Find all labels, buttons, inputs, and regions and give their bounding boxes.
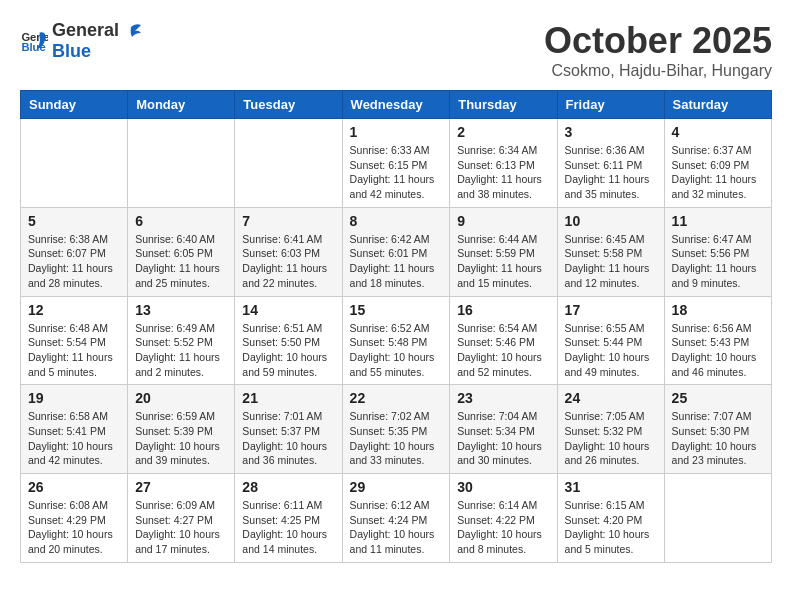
day-info: Sunrise: 7:02 AM Sunset: 5:35 PM Dayligh…	[350, 409, 443, 468]
calendar-day-cell: 17Sunrise: 6:55 AM Sunset: 5:44 PM Dayli…	[557, 296, 664, 385]
calendar-week-row: 5Sunrise: 6:38 AM Sunset: 6:07 PM Daylig…	[21, 207, 772, 296]
day-info: Sunrise: 6:45 AM Sunset: 5:58 PM Dayligh…	[565, 232, 657, 291]
day-number: 11	[672, 213, 764, 229]
calendar-day-cell: 14Sunrise: 6:51 AM Sunset: 5:50 PM Dayli…	[235, 296, 342, 385]
calendar-day-cell: 8Sunrise: 6:42 AM Sunset: 6:01 PM Daylig…	[342, 207, 450, 296]
title-area: October 2025 Csokmo, Hajdu-Bihar, Hungar…	[544, 20, 772, 80]
day-info: Sunrise: 6:44 AM Sunset: 5:59 PM Dayligh…	[457, 232, 549, 291]
calendar-day-cell: 22Sunrise: 7:02 AM Sunset: 5:35 PM Dayli…	[342, 385, 450, 474]
weekday-header-tuesday: Tuesday	[235, 91, 342, 119]
day-number: 20	[135, 390, 227, 406]
calendar-table: SundayMondayTuesdayWednesdayThursdayFrid…	[20, 90, 772, 563]
calendar-day-cell: 30Sunrise: 6:14 AM Sunset: 4:22 PM Dayli…	[450, 474, 557, 563]
day-info: Sunrise: 6:33 AM Sunset: 6:15 PM Dayligh…	[350, 143, 443, 202]
day-info: Sunrise: 6:36 AM Sunset: 6:11 PM Dayligh…	[565, 143, 657, 202]
calendar-day-cell: 19Sunrise: 6:58 AM Sunset: 5:41 PM Dayli…	[21, 385, 128, 474]
day-info: Sunrise: 6:12 AM Sunset: 4:24 PM Dayligh…	[350, 498, 443, 557]
day-number: 2	[457, 124, 549, 140]
calendar-day-cell: 7Sunrise: 6:41 AM Sunset: 6:03 PM Daylig…	[235, 207, 342, 296]
calendar-day-cell: 10Sunrise: 6:45 AM Sunset: 5:58 PM Dayli…	[557, 207, 664, 296]
calendar-day-cell: 13Sunrise: 6:49 AM Sunset: 5:52 PM Dayli…	[128, 296, 235, 385]
day-number: 1	[350, 124, 443, 140]
day-info: Sunrise: 6:38 AM Sunset: 6:07 PM Dayligh…	[28, 232, 120, 291]
day-number: 6	[135, 213, 227, 229]
svg-text:Blue: Blue	[21, 41, 45, 53]
logo-blue-text: Blue	[52, 41, 91, 61]
calendar-empty-cell	[21, 119, 128, 208]
day-number: 15	[350, 302, 443, 318]
calendar-day-cell: 5Sunrise: 6:38 AM Sunset: 6:07 PM Daylig…	[21, 207, 128, 296]
weekday-header-saturday: Saturday	[664, 91, 771, 119]
calendar-week-row: 19Sunrise: 6:58 AM Sunset: 5:41 PM Dayli…	[21, 385, 772, 474]
day-info: Sunrise: 6:15 AM Sunset: 4:20 PM Dayligh…	[565, 498, 657, 557]
calendar-day-cell: 18Sunrise: 6:56 AM Sunset: 5:43 PM Dayli…	[664, 296, 771, 385]
weekday-header-row: SundayMondayTuesdayWednesdayThursdayFrid…	[21, 91, 772, 119]
day-number: 7	[242, 213, 334, 229]
calendar-empty-cell	[128, 119, 235, 208]
day-number: 24	[565, 390, 657, 406]
calendar-day-cell: 25Sunrise: 7:07 AM Sunset: 5:30 PM Dayli…	[664, 385, 771, 474]
day-info: Sunrise: 7:05 AM Sunset: 5:32 PM Dayligh…	[565, 409, 657, 468]
day-number: 10	[565, 213, 657, 229]
day-number: 19	[28, 390, 120, 406]
day-number: 30	[457, 479, 549, 495]
weekday-header-wednesday: Wednesday	[342, 91, 450, 119]
day-number: 23	[457, 390, 549, 406]
calendar-week-row: 1Sunrise: 6:33 AM Sunset: 6:15 PM Daylig…	[21, 119, 772, 208]
day-info: Sunrise: 6:49 AM Sunset: 5:52 PM Dayligh…	[135, 321, 227, 380]
weekday-header-thursday: Thursday	[450, 91, 557, 119]
day-info: Sunrise: 6:47 AM Sunset: 5:56 PM Dayligh…	[672, 232, 764, 291]
day-info: Sunrise: 6:56 AM Sunset: 5:43 PM Dayligh…	[672, 321, 764, 380]
calendar-day-cell: 27Sunrise: 6:09 AM Sunset: 4:27 PM Dayli…	[128, 474, 235, 563]
calendar-empty-cell	[235, 119, 342, 208]
day-number: 8	[350, 213, 443, 229]
calendar-empty-cell	[664, 474, 771, 563]
weekday-header-monday: Monday	[128, 91, 235, 119]
calendar-day-cell: 15Sunrise: 6:52 AM Sunset: 5:48 PM Dayli…	[342, 296, 450, 385]
weekday-header-sunday: Sunday	[21, 91, 128, 119]
day-info: Sunrise: 6:41 AM Sunset: 6:03 PM Dayligh…	[242, 232, 334, 291]
calendar-day-cell: 4Sunrise: 6:37 AM Sunset: 6:09 PM Daylig…	[664, 119, 771, 208]
day-info: Sunrise: 6:55 AM Sunset: 5:44 PM Dayligh…	[565, 321, 657, 380]
calendar-day-cell: 3Sunrise: 6:36 AM Sunset: 6:11 PM Daylig…	[557, 119, 664, 208]
day-info: Sunrise: 6:14 AM Sunset: 4:22 PM Dayligh…	[457, 498, 549, 557]
day-number: 14	[242, 302, 334, 318]
day-info: Sunrise: 6:54 AM Sunset: 5:46 PM Dayligh…	[457, 321, 549, 380]
day-number: 12	[28, 302, 120, 318]
calendar-day-cell: 6Sunrise: 6:40 AM Sunset: 6:05 PM Daylig…	[128, 207, 235, 296]
calendar-day-cell: 28Sunrise: 6:11 AM Sunset: 4:25 PM Dayli…	[235, 474, 342, 563]
day-number: 5	[28, 213, 120, 229]
day-number: 29	[350, 479, 443, 495]
calendar-day-cell: 20Sunrise: 6:59 AM Sunset: 5:39 PM Dayli…	[128, 385, 235, 474]
calendar-day-cell: 23Sunrise: 7:04 AM Sunset: 5:34 PM Dayli…	[450, 385, 557, 474]
calendar-week-row: 26Sunrise: 6:08 AM Sunset: 4:29 PM Dayli…	[21, 474, 772, 563]
day-info: Sunrise: 6:52 AM Sunset: 5:48 PM Dayligh…	[350, 321, 443, 380]
day-number: 9	[457, 213, 549, 229]
day-number: 25	[672, 390, 764, 406]
day-info: Sunrise: 6:37 AM Sunset: 6:09 PM Dayligh…	[672, 143, 764, 202]
day-info: Sunrise: 6:40 AM Sunset: 6:05 PM Dayligh…	[135, 232, 227, 291]
day-number: 18	[672, 302, 764, 318]
day-info: Sunrise: 7:04 AM Sunset: 5:34 PM Dayligh…	[457, 409, 549, 468]
day-number: 21	[242, 390, 334, 406]
day-number: 28	[242, 479, 334, 495]
weekday-header-friday: Friday	[557, 91, 664, 119]
day-info: Sunrise: 7:07 AM Sunset: 5:30 PM Dayligh…	[672, 409, 764, 468]
day-number: 17	[565, 302, 657, 318]
day-info: Sunrise: 6:09 AM Sunset: 4:27 PM Dayligh…	[135, 498, 227, 557]
day-number: 3	[565, 124, 657, 140]
day-number: 16	[457, 302, 549, 318]
day-number: 13	[135, 302, 227, 318]
day-info: Sunrise: 6:58 AM Sunset: 5:41 PM Dayligh…	[28, 409, 120, 468]
day-number: 31	[565, 479, 657, 495]
day-info: Sunrise: 6:48 AM Sunset: 5:54 PM Dayligh…	[28, 321, 120, 380]
calendar-day-cell: 9Sunrise: 6:44 AM Sunset: 5:59 PM Daylig…	[450, 207, 557, 296]
day-info: Sunrise: 6:34 AM Sunset: 6:13 PM Dayligh…	[457, 143, 549, 202]
calendar-day-cell: 2Sunrise: 6:34 AM Sunset: 6:13 PM Daylig…	[450, 119, 557, 208]
day-number: 4	[672, 124, 764, 140]
day-number: 26	[28, 479, 120, 495]
day-info: Sunrise: 6:42 AM Sunset: 6:01 PM Dayligh…	[350, 232, 443, 291]
calendar-day-cell: 16Sunrise: 6:54 AM Sunset: 5:46 PM Dayli…	[450, 296, 557, 385]
day-info: Sunrise: 6:08 AM Sunset: 4:29 PM Dayligh…	[28, 498, 120, 557]
day-number: 27	[135, 479, 227, 495]
